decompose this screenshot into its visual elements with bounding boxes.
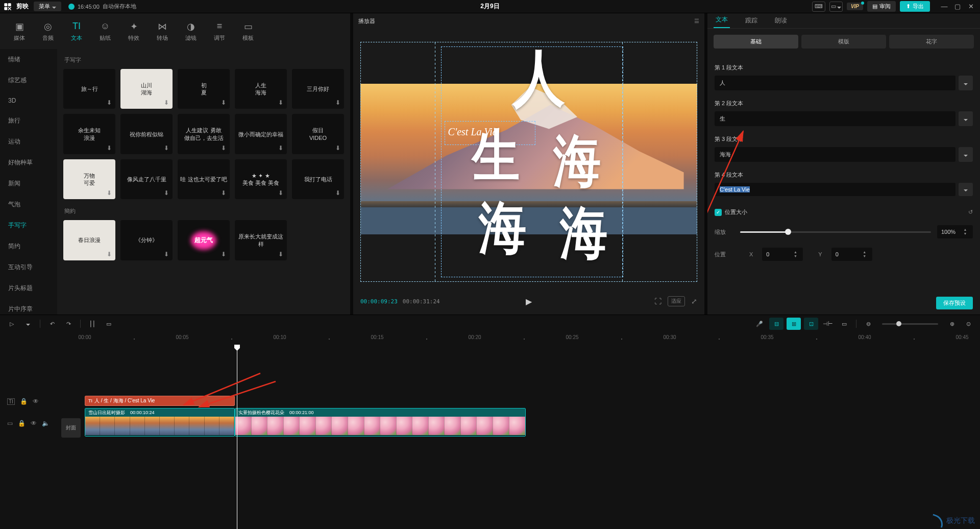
canvas[interactable]: 人 生 海 海 海 C'est La Vie [360,42,697,282]
category-item[interactable]: 简约 [0,236,57,257]
minimize-button[interactable]: — [938,2,950,12]
download-icon[interactable]: ⬇ [162,99,170,107]
category-item[interactable]: 手写字 [0,215,57,236]
segment-dropdown[interactable] [959,147,973,162]
category-item[interactable]: 旅行 [0,110,57,131]
asset-card[interactable]: 山川湖海⬇ [120,69,173,109]
segment-input[interactable]: C'est La Vie [715,183,955,196]
scale-slider[interactable] [740,231,931,233]
pos-y-input[interactable]: 0 ▲▼ [831,248,872,261]
download-icon[interactable]: ⬇ [162,144,170,152]
zoom-slider[interactable] [882,323,938,325]
asset-card[interactable]: 人生建议 勇敢做自己，去生活⬇ [178,114,230,154]
category-item[interactable]: 气泡 [0,194,57,215]
player-menu-icon[interactable]: ☰ [694,18,699,25]
download-icon[interactable]: ⬇ [105,250,113,258]
speaker-icon[interactable]: 🔈 [42,420,50,427]
vip-badge[interactable]: VIP [847,3,863,10]
download-icon[interactable]: ⬇ [105,99,113,107]
time-ruler[interactable]: 00:0000:0500:1000:1500:2000:2500:3000:35… [61,332,980,345]
fullscreen-icon[interactable]: ⤢ [691,297,697,305]
download-icon[interactable]: ⬇ [334,99,342,107]
mic-icon[interactable]: 🎤 [753,318,766,330]
asset-card[interactable]: 哇 这也太可爱了吧⬇ [178,159,230,199]
download-icon[interactable]: ⬇ [162,250,170,258]
text-clip[interactable]: TI 人 / 生 / 海海 / C'est La Vie [85,396,235,406]
zoom-out-icon[interactable]: ⊖ [862,318,875,330]
category-item[interactable]: 互动引导 [0,257,57,278]
asset-card[interactable]: 《分钟》⬇ [120,220,173,260]
lock-icon[interactable]: 🔒 [20,398,28,405]
position-size-checkbox[interactable]: ✓ [715,209,722,216]
export-button[interactable]: ⬆ 导出 [900,1,930,12]
close-button[interactable]: ✕ [965,2,977,12]
cover-button[interactable]: 封面 [61,418,81,438]
asset-card[interactable]: 像风走了八千里⬇ [120,159,173,199]
segment-dropdown[interactable] [959,76,973,90]
category-item[interactable]: 好物种草 [0,152,57,173]
reset-button[interactable]: ↺ [968,209,973,215]
download-icon[interactable]: ⬇ [277,144,285,152]
asset-card[interactable]: 我打了电话⬇ [292,159,344,199]
keyboard-icon[interactable]: ⌨ [812,2,825,12]
visibility-icon[interactable]: 👁 [31,420,37,427]
asset-card[interactable]: 人生海海⬇ [235,69,287,109]
asset-card[interactable]: 旅～行⬇ [63,69,115,109]
asset-card[interactable]: 原来长大就变成这样⬇ [235,220,287,260]
download-icon[interactable]: ⬇ [219,250,228,258]
step-down-icon[interactable]: ▼ [962,232,969,236]
segment-dropdown[interactable] [959,183,973,196]
asset-card[interactable]: 初夏⬇ [178,69,230,109]
prop-tab[interactable]: 朗读 [773,13,789,28]
split-tool[interactable]: ⎮⎮ [86,318,99,330]
download-icon[interactable]: ⬇ [334,189,342,197]
category-item[interactable]: 情绪 [0,49,57,70]
playhead[interactable] [237,345,237,529]
category-item[interactable]: 新闻 [0,173,57,194]
download-icon[interactable]: ⬇ [277,250,285,258]
redo-tool[interactable]: ↷ [62,318,75,330]
video-clip-2[interactable]: 实景拍摄粉色樱花花朵 00:00:21:00 [235,408,526,437]
snap-toggle-1[interactable]: ⊟ [769,318,783,330]
prop-tab[interactable]: 跟踪 [743,13,760,28]
frame-select-icon[interactable]: ⛶ [654,297,662,305]
top-tab-模板[interactable]: ▭模板 [234,18,262,45]
download-icon[interactable]: ⬇ [219,144,228,152]
play-button[interactable]: ▶ [526,297,532,306]
segment-dropdown[interactable] [959,111,973,126]
save-preset-button[interactable]: 保存预设 [936,297,973,309]
top-tab-滤镜[interactable]: ◑滤镜 [177,18,205,45]
asset-card[interactable]: 三月你好⬇ [292,69,344,109]
visibility-icon[interactable]: 👁 [33,398,39,405]
download-icon[interactable]: ⬇ [277,99,285,107]
segment-input[interactable]: 海海 [715,147,955,162]
asset-card[interactable]: 超元气⬇ [178,220,230,260]
segment-input[interactable]: 人 [715,76,955,90]
undo-tool[interactable]: ↶ [45,318,59,330]
snap-toggle-3[interactable]: ⊡ [804,318,818,330]
tracks-area[interactable]: TI 🔒 👁 TI 人 / 生 / 海海 / C'est La Vie ▭ 🔒 … [0,345,980,529]
select-tool[interactable] [21,318,35,330]
review-button[interactable]: ▤ 审阅 [867,1,896,12]
download-icon[interactable]: ⬇ [219,99,228,107]
asset-card[interactable]: 祝你前程似锦⬇ [120,114,173,154]
asset-card[interactable]: 余生未知浪漫⬇ [63,114,115,154]
top-tab-转场[interactable]: ⋈转场 [148,18,177,45]
top-tab-贴纸[interactable]: ☺贴纸 [91,18,119,45]
category-item[interactable]: 运动 [0,131,57,152]
top-tab-调节[interactable]: ≡调节 [205,18,234,45]
top-tab-媒体[interactable]: ▣媒体 [5,18,34,45]
layout-icon[interactable]: ▭ [829,2,843,12]
asset-card[interactable]: 万物可爱⬇ [63,159,115,199]
download-icon[interactable]: ⬇ [277,189,285,197]
pos-x-input[interactable]: 0 ▲▼ [762,248,803,261]
video-clip-1[interactable]: 雪山日出延时摄影 00:00:10:24 [85,408,235,437]
prop-subtab[interactable]: 基础 [714,35,798,49]
prop-subtab[interactable]: 模版 [801,35,886,49]
lock-icon[interactable]: 🔒 [18,420,26,427]
zoom-in-icon[interactable]: ⊕ [945,318,959,330]
align-icon[interactable]: ⊣⊢ [821,318,835,330]
download-icon[interactable]: ⬇ [105,189,113,197]
top-tab-音频[interactable]: ◎音频 [34,18,62,45]
segment-input[interactable]: 生 [715,111,955,126]
